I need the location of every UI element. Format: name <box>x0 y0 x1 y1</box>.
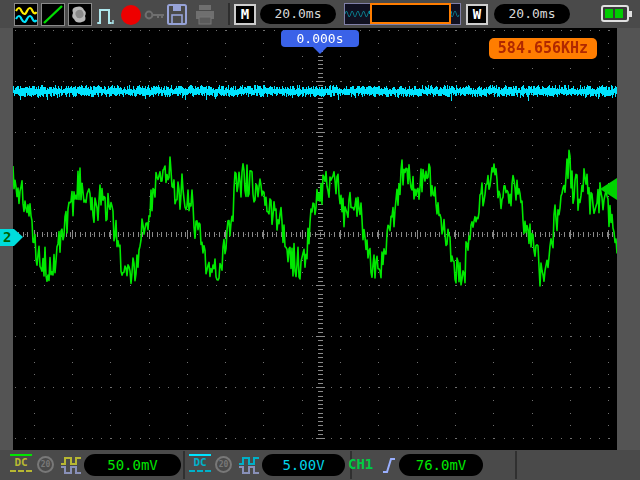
oscilloscope-screen: M 20.0ms W 20.0ms 0.000s 584.656KHz 2 <box>0 0 640 480</box>
trigger-position-tag[interactable]: 0.000s <box>281 30 359 47</box>
bar-divider <box>183 451 185 479</box>
rising-edge-trigger-icon[interactable] <box>381 455 397 475</box>
main-timebase-readout: 20.0ms <box>260 4 336 24</box>
trigger-source-label[interactable]: CH1 <box>348 456 373 472</box>
ch1-probe-wave-icon[interactable] <box>60 455 82 475</box>
save-floppy-icon[interactable] <box>165 3 189 26</box>
ch1-coupling-dash <box>10 470 32 472</box>
ch2-coupling-dash <box>189 470 211 472</box>
ch2-bandwidth-icon[interactable]: 20 <box>215 456 232 473</box>
toolbar-separator <box>228 3 230 25</box>
ch1-scale-readout: 50.0mV <box>84 454 181 476</box>
display-area: 0.000s 584.656KHz 2 <box>0 28 640 450</box>
pulse-icon[interactable] <box>96 3 120 26</box>
waveform-preview <box>344 3 461 25</box>
right-bezel-strip <box>617 28 640 450</box>
noise-blob-icon[interactable] <box>68 3 92 26</box>
window-timebase-readout: 20.0ms <box>494 4 570 24</box>
ch1-bandwidth-icon[interactable]: 20 <box>37 456 54 473</box>
bottom-status-bar: DC 20 50.0mV DC 20 5.00V CH1 <box>0 450 640 480</box>
window-timebase-label: W <box>466 4 488 25</box>
dual-wave-icon[interactable] <box>14 3 38 26</box>
printer-icon[interactable] <box>193 3 217 26</box>
trigger-level-arrow-icon[interactable] <box>600 178 617 200</box>
ch2-probe-wave-icon[interactable] <box>238 455 260 475</box>
trigger-level-readout: 76.0mV <box>399 454 483 476</box>
record-icon[interactable] <box>119 3 143 26</box>
ch1-coupling-label: DC <box>10 457 32 469</box>
trigger-position-pointer <box>313 47 327 54</box>
bar-divider <box>515 451 517 479</box>
trigger-position-value: 0.000s <box>297 31 344 46</box>
top-toolbar: M 20.0ms W 20.0ms <box>0 0 640 28</box>
ch2-coupling-indicator[interactable]: DC <box>189 454 211 476</box>
ch1-coupling-indicator[interactable]: DC <box>10 454 32 476</box>
ch2-coupling-label: DC <box>189 457 211 469</box>
ch2-scale-readout: 5.00V <box>262 454 345 476</box>
main-timebase-label: M <box>234 4 256 25</box>
frequency-readout: 584.656KHz <box>489 38 597 59</box>
graticule-and-traces <box>0 28 640 450</box>
battery-icon <box>601 5 629 22</box>
diagonal-line-icon[interactable] <box>41 3 65 26</box>
zoom-window-indicator[interactable] <box>370 3 451 24</box>
